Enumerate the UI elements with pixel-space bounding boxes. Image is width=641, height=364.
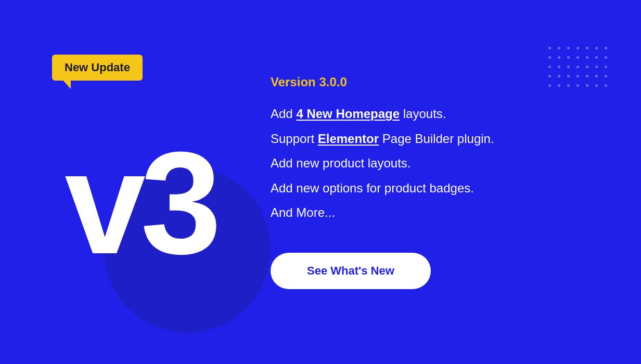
list-item: Add new options for product badges.: [271, 179, 610, 197]
main-container: New Update v3 Version 3.0.0 Add 4 New Ho…: [0, 0, 641, 364]
new-update-badge: New Update: [52, 55, 143, 81]
list-item: And More...: [271, 204, 610, 222]
right-section: Version 3.0.0 Add 4 New Homepage layouts…: [250, 75, 641, 289]
list-item: Add new product layouts.: [271, 154, 610, 172]
see-whats-new-button[interactable]: See What's New: [271, 253, 431, 289]
feature-list: Add 4 New Homepage layouts. Support Elem…: [271, 105, 610, 222]
highlight-homepage: 4 New Homepage: [296, 107, 400, 121]
highlight-elementor: Elementor: [318, 132, 379, 146]
list-item: Add 4 New Homepage layouts.: [271, 105, 610, 123]
version-v3-display: v3: [33, 88, 216, 276]
list-item: Support Elementor Page Builder plugin.: [271, 130, 610, 148]
left-section: New Update v3: [0, 0, 250, 364]
version-label: Version 3.0.0: [271, 75, 610, 89]
